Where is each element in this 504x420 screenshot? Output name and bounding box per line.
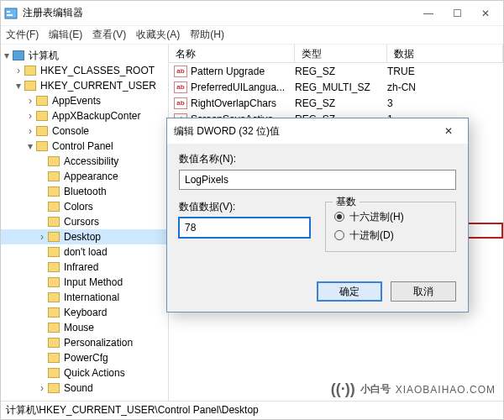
value-icon: ab [174, 81, 187, 93]
svg-rect-0 [5, 8, 17, 18]
value-icon: ab [174, 97, 187, 109]
tree-item[interactable]: Bluetooth [1, 184, 168, 199]
menu-favorites[interactable]: 收藏夹(A) [136, 28, 180, 42]
minimize-button[interactable]: — [414, 3, 443, 24]
tree-item[interactable]: don't load [1, 244, 168, 260]
tree-item[interactable]: ▾HKEY_CURRENT_USER [1, 78, 168, 93]
value-input[interactable] [179, 218, 310, 238]
tree-item[interactable]: Input Method [1, 275, 168, 290]
tree-item[interactable]: Personalization [1, 335, 168, 350]
maximize-button[interactable]: ☐ [443, 3, 471, 24]
window-title: 注册表编辑器 [23, 6, 414, 20]
name-label: 数值名称(N): [179, 152, 456, 166]
base-group: 基数 十六进制(H) 十进制(D) [325, 202, 456, 252]
tree-item[interactable]: ▾Control Panel [1, 139, 168, 154]
cancel-button[interactable]: 取消 [391, 281, 456, 302]
tree-item[interactable]: Cursors [1, 214, 168, 229]
name-input[interactable] [179, 170, 456, 190]
tree-item[interactable]: ›HKEY_CLASSES_ROOT [1, 63, 168, 78]
list-row[interactable]: abPattern UpgradeREG_SZTRUE [169, 63, 503, 79]
tree-item[interactable]: Appearance [1, 169, 168, 184]
tree-item[interactable]: Mouse [1, 320, 168, 335]
radio-hex[interactable]: 十六进制(H) [334, 207, 447, 226]
menu-edit[interactable]: 编辑(E) [49, 28, 82, 42]
base-label: 基数 [333, 195, 360, 209]
col-type[interactable]: 类型 [295, 45, 387, 62]
col-name[interactable]: 名称 [169, 45, 295, 62]
tree-item[interactable]: PowerCfg [1, 350, 168, 365]
tree-item[interactable]: ▾计算机 [1, 48, 168, 63]
status-path: 计算机\HKEY_CURRENT_USER\Control Panel\Desk… [6, 403, 259, 417]
tree-pane[interactable]: ▾计算机›HKEY_CLASSES_ROOT▾HKEY_CURRENT_USER… [1, 45, 169, 401]
radio-dec[interactable]: 十进制(D) [334, 226, 447, 244]
col-data[interactable]: 数据 [387, 45, 503, 62]
list-row[interactable]: abRightOverlapCharsREG_SZ3 [169, 95, 503, 111]
statusbar: 计算机\HKEY_CURRENT_USER\Control Panel\Desk… [1, 401, 503, 419]
tree-item[interactable]: Quick Actions [1, 365, 168, 381]
menu-file[interactable]: 文件(F) [6, 28, 39, 42]
edit-dword-dialog: 编辑 DWORD (32 位)值 ✕ 数值名称(N): 数值数据(V): 基数 … [166, 118, 469, 312]
tree-item[interactable]: ›AppXBackupConter [1, 108, 168, 123]
menubar: 文件(F) 编辑(E) 查看(V) 收藏夹(A) 帮助(H) [1, 26, 503, 45]
menu-help[interactable]: 帮助(H) [190, 28, 224, 42]
tree-item[interactable]: Accessibility [1, 154, 168, 169]
wifi-icon: ((·)) [331, 381, 355, 398]
dialog-close-button[interactable]: ✕ [436, 118, 461, 144]
radio-icon [334, 212, 344, 222]
value-label: 数值数据(V): [179, 200, 310, 214]
dialog-title: 编辑 DWORD (32 位)值 [174, 124, 436, 139]
value-icon: ab [174, 66, 187, 77]
ok-button[interactable]: 确定 [317, 281, 382, 302]
tree-item[interactable]: ›Sound [1, 381, 168, 396]
radio-icon [334, 230, 344, 240]
list-header: 名称 类型 数据 [169, 45, 503, 63]
menu-view[interactable]: 查看(V) [92, 28, 126, 42]
regedit-icon [4, 7, 18, 20]
svg-rect-1 [7, 11, 10, 13]
tree-item[interactable]: Infrared [1, 260, 168, 275]
list-row[interactable]: abPreferredUILangua...REG_MULTI_SZzh-CN [169, 79, 503, 95]
tree-item[interactable]: ›Desktop [1, 229, 168, 244]
close-button[interactable]: ✕ [471, 3, 500, 24]
titlebar: 注册表编辑器 — ☐ ✕ [1, 1, 503, 26]
svg-rect-2 [7, 14, 13, 16]
watermark: ((·)) 小白号 XIAOBAIHAO.COM [331, 381, 496, 398]
tree-item[interactable]: International [1, 290, 168, 305]
tree-item[interactable]: ›Console [1, 123, 168, 139]
tree-item[interactable]: Colors [1, 199, 168, 214]
tree-item[interactable]: ›AppEvents [1, 93, 168, 108]
tree-item[interactable]: Keyboard [1, 305, 168, 320]
